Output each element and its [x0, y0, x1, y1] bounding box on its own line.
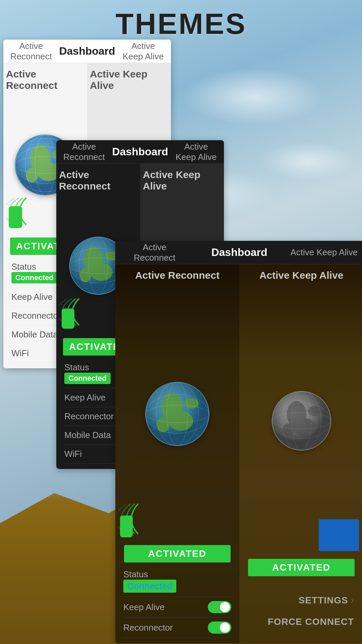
globe-reconnect-card3 — [142, 379, 213, 449]
svg-point-49 — [293, 418, 316, 436]
wifi-label-card2: WiFi — [64, 449, 82, 459]
force-connect-row-card3: FORCE CONNECT — [249, 611, 354, 633]
status-value-card3: Connected — [123, 580, 176, 593]
panel-keepalive-card3: Active Keep Alive — [239, 264, 362, 643]
tab-bar-card2: Active Reconnect Dashboard Active Keep A… — [56, 140, 224, 164]
globe-keepalive-card3 — [269, 388, 334, 453]
panel-keepalive-title-card2: Active Keep Alive — [143, 169, 221, 192]
tab-bar-card3: Active Reconnect Dashboard Active Keep A… — [115, 241, 362, 264]
tab-keepalive-card1[interactable]: Active Keep Alive — [121, 41, 166, 62]
tab-reconnect-card2[interactable]: Active Reconnect — [62, 142, 107, 162]
reconnector-toggle-card3[interactable] — [208, 622, 231, 634]
status-value-card1: Connected — [11, 272, 58, 283]
globe-area-reconnect-card3 — [118, 285, 237, 542]
keepalive-label-card1: Keep Alive — [11, 292, 53, 302]
svg-point-4 — [26, 168, 38, 182]
panel-keepalive-title-card3: Active Keep Alive — [259, 270, 344, 281]
force-connect-button[interactable]: FORCE CONNECT — [268, 616, 354, 627]
phone-icon-card2 — [62, 309, 74, 329]
svg-point-41 — [157, 417, 170, 432]
settings-button[interactable]: SETTINGS — [299, 595, 348, 606]
info-section-card3: Status Connected Keep Alive Reconnector — [118, 565, 237, 638]
page-title: THEMES — [0, 7, 362, 41]
panel-keepalive-title-card1: Active Keep Alive — [90, 68, 168, 91]
tab-reconnect-card3[interactable]: Active Reconnect — [121, 242, 188, 263]
panel-reconnect-card3: Active Reconnect — [115, 264, 239, 643]
chevron-icon: › — [351, 595, 354, 606]
phone-icon-card3 — [120, 516, 133, 537]
panel-row-card3: Active Reconnect — [115, 264, 362, 643]
globe-area-keepalive-card3 — [242, 285, 361, 556]
tab-dashboard-card3[interactable]: Dashboard — [188, 246, 290, 259]
keepalive-label-card2: Keep Alive — [64, 392, 106, 402]
status-label-card3: Status — [123, 569, 231, 580]
svg-point-22 — [90, 263, 113, 281]
reconnector-row-card3: Reconnector — [123, 618, 231, 638]
tab-keepalive-card3[interactable]: Active Keep Alive — [290, 247, 358, 258]
tab-keepalive-card2[interactable]: Active Keep Alive — [174, 142, 219, 162]
tab-dashboard-card2[interactable]: Dashboard — [107, 146, 174, 158]
status-value-card2: Connected — [64, 373, 111, 384]
mobiledata-label-card1: Mobile Data — [11, 329, 58, 339]
panel-reconnect-title-card1: Active Reconnect — [6, 68, 84, 91]
keepalive-label-card3: Keep Alive — [123, 602, 165, 612]
panel-reconnect-title-card3: Active Reconnect — [135, 270, 220, 281]
phone-icon-card1 — [9, 206, 22, 228]
tab-bar-card1: Active Reconnect Dashboard Active Keep A… — [3, 40, 171, 63]
status-row-card3: Status Connected — [123, 565, 231, 597]
blue-overlay-card3 — [319, 519, 359, 551]
tab-reconnect-card1[interactable]: Active Reconnect — [9, 41, 54, 62]
mobiledata-label-card2: Mobile Data — [64, 430, 111, 440]
settings-row-card3: SETTINGS › — [249, 590, 354, 611]
bottom-actions-card3: SETTINGS › FORCE CONNECT — [242, 584, 361, 638]
wifi-label-card1: WiFi — [11, 348, 29, 358]
tab-dashboard-card1[interactable]: Dashboard — [54, 45, 121, 57]
reconnector-label-card3: Reconnector — [123, 623, 173, 633]
svg-point-50 — [282, 423, 294, 438]
panel-reconnect-title-card2: Active Reconnect — [59, 169, 137, 192]
activated-bar-right-card3[interactable]: ACTIVATED — [248, 559, 355, 576]
svg-point-40 — [169, 411, 193, 431]
keepalive-toggle-card3[interactable] — [208, 601, 231, 613]
reconnector-label-card1: Reconnector — [11, 311, 61, 321]
keepalive-toggle-row-card3: Keep Alive — [123, 597, 231, 618]
reconnector-label-card2: Reconnector — [64, 411, 114, 421]
activated-bar-card3[interactable]: ACTIVATED — [124, 545, 231, 562]
svg-point-23 — [80, 268, 91, 282]
theme-card-3[interactable]: Active Reconnect Dashboard Active Keep A… — [115, 241, 362, 643]
